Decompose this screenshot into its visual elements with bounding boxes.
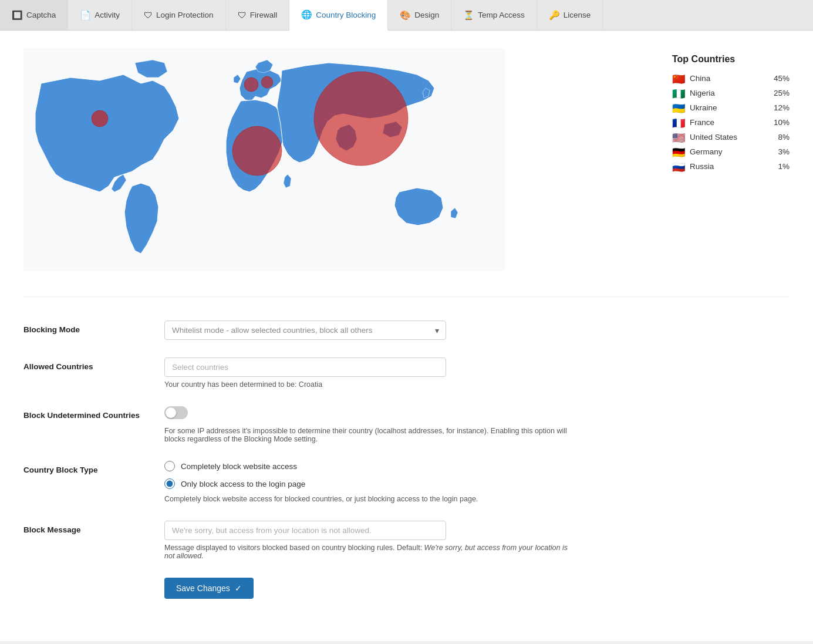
flag-ukraine: 🇺🇦 [672,103,685,112]
country-row-nigeria: 🇳🇬 Nigeria 25% [672,89,790,97]
country-pct-ukraine: 12% [774,103,790,112]
top-countries-title: Top Countries [672,54,790,65]
flag-us: 🇺🇸 [672,133,685,141]
design-icon: 🎨 [400,10,411,21]
block-message-hint-prefix: Message displayed to visitors blocked ba… [164,544,424,552]
country-row-germany: 🇩🇪 Germany 3% [672,147,790,156]
main-content: Top Countries 🇨🇳 China 45% 🇳🇬 Nigeria 25… [0,31,813,641]
country-block-type-row: Country Block Type Completely block webs… [23,461,790,503]
tab-country-blocking[interactable]: 🌐 Country Blocking [289,0,388,31]
tab-captcha-label: Captcha [26,11,56,19]
radio-login-label: Only block access to the login page [181,480,305,488]
tab-activity-label: Activity [95,11,120,19]
firewall-icon: 🛡 [238,10,247,20]
world-map [23,48,505,271]
radio-item-complete[interactable]: Completely block website access [164,461,790,471]
country-row-us: 🇺🇸 United States 8% [672,133,790,141]
country-name-france: France [690,118,769,127]
country-name-china: China [690,74,769,83]
flag-germany: 🇩🇪 [672,147,685,156]
block-message-row: Block Message Message displayed to visit… [23,521,790,560]
block-message-control: Message displayed to visitors blocked ba… [164,521,790,560]
tab-license[interactable]: 🔑 License [537,0,603,30]
svg-point-3 [261,76,273,88]
flag-france: 🇫🇷 [672,118,685,127]
tab-login-protection[interactable]: 🛡 Login Protection [132,0,226,30]
tab-login-protection-label: Login Protection [156,11,214,19]
allowed-countries-control: Your country has been determined to be: … [164,358,790,389]
tab-country-blocking-label: Country Blocking [316,11,376,19]
flag-russia: 🇷🇺 [672,162,685,171]
tab-firewall[interactable]: 🛡 Firewall [226,0,290,30]
country-pct-france: 10% [774,118,790,127]
country-name-germany: Germany [690,147,773,156]
allowed-countries-row: Allowed Countries Your country has been … [23,358,790,389]
radio-complete-label: Completely block website access [181,462,297,471]
captcha-icon: 🔲 [12,10,23,21]
svg-point-4 [232,126,282,176]
country-pct-us: 8% [778,133,790,141]
tab-design-label: Design [414,11,439,19]
block-undetermined-control: For some IP addresses it's impossible to… [164,406,790,443]
blocking-mode-select-wrapper: Whitelist mode - allow selected countrie… [164,321,446,340]
country-name-us: United States [690,133,773,141]
country-pct-russia: 1% [778,162,790,171]
country-name-nigeria: Nigeria [690,89,769,97]
top-countries-panel: Top Countries 🇨🇳 China 45% 🇳🇬 Nigeria 25… [672,48,790,177]
country-pct-china: 45% [774,74,790,83]
block-message-hint: Message displayed to visitors blocked ba… [164,544,575,560]
tab-activity[interactable]: 📄 Activity [68,0,132,30]
svg-point-1 [92,110,108,127]
blocking-mode-label: Blocking Mode [23,321,153,334]
license-icon: 🔑 [549,10,560,21]
map-container [23,48,649,273]
section-divider [23,296,790,297]
svg-point-5 [314,72,408,166]
block-undetermined-label: Block Undetermined Countries [23,406,153,420]
block-undetermined-row: Block Undetermined Countries For some IP… [23,406,790,443]
country-name-russia: Russia [690,162,773,171]
country-row-russia: 🇷🇺 Russia 1% [672,162,790,171]
allowed-countries-label: Allowed Countries [23,358,153,371]
form-section: Blocking Mode Whitelist mode - allow sel… [23,315,790,599]
tab-bar: 🔲 Captcha 📄 Activity 🛡 Login Protection … [0,0,813,31]
block-undetermined-hint: For some IP addresses it's impossible to… [164,427,575,443]
country-blocking-icon: 🌐 [301,9,312,20]
country-row-ukraine: 🇺🇦 Ukraine 12% [672,103,790,112]
block-message-label: Block Message [23,521,153,534]
blocking-mode-row: Blocking Mode Whitelist mode - allow sel… [23,321,790,340]
block-message-input[interactable] [164,521,446,540]
tab-captcha[interactable]: 🔲 Captcha [0,0,68,30]
country-block-type-control: Completely block website access Only blo… [164,461,790,503]
radio-login[interactable] [164,478,175,489]
save-row: Save Changes ✓ [23,578,790,599]
tab-license-label: License [564,11,591,19]
tab-firewall-label: Firewall [250,11,278,19]
flag-nigeria: 🇳🇬 [672,89,685,97]
map-section: Top Countries 🇨🇳 China 45% 🇳🇬 Nigeria 25… [23,48,790,273]
country-pct-germany: 3% [778,147,790,156]
tab-temp-access-label: Temp Access [478,11,525,19]
tab-temp-access[interactable]: ⏳ Temp Access [451,0,537,30]
allowed-countries-input[interactable] [164,358,446,377]
country-row-china: 🇨🇳 China 45% [672,74,790,83]
tab-design[interactable]: 🎨 Design [388,0,451,30]
country-block-type-hint: Completely block website access for bloc… [164,495,790,503]
country-row-france: 🇫🇷 France 10% [672,118,790,127]
activity-icon: 📄 [80,10,91,21]
allowed-countries-hint: Your country has been determined to be: … [164,380,790,389]
radio-item-login[interactable]: Only block access to the login page [164,478,790,489]
country-block-type-label: Country Block Type [23,461,153,474]
login-protection-icon: 🛡 [144,10,153,20]
radio-complete[interactable] [164,461,175,471]
blocking-mode-select[interactable]: Whitelist mode - allow selected countrie… [164,321,446,340]
country-block-type-radio-group: Completely block website access Only blo… [164,461,790,489]
block-undetermined-toggle[interactable] [164,406,188,419]
save-button[interactable]: Save Changes ✓ [164,578,254,599]
country-name-ukraine: Ukraine [690,103,769,112]
svg-point-2 [244,77,258,92]
toggle-slider [164,406,188,419]
blocking-mode-control: Whitelist mode - allow selected countrie… [164,321,790,340]
checkmark-icon: ✓ [235,584,242,593]
country-pct-nigeria: 25% [774,89,790,97]
